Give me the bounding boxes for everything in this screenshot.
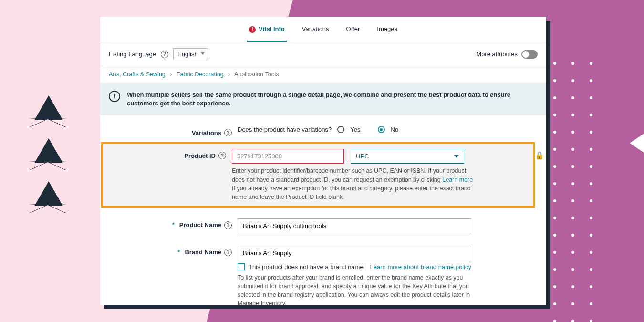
radio-yes-label: Yes: [350, 126, 360, 133]
info-icon: i: [109, 91, 120, 102]
product-name-label: Product Name: [179, 221, 221, 229]
listing-language-label: Listing Language: [109, 51, 156, 58]
chevron-right-icon: ›: [228, 71, 230, 78]
dot-grid: [553, 62, 592, 322]
triangle-logo-group: [29, 95, 67, 224]
product-id-input[interactable]: [232, 149, 344, 164]
no-brand-checkbox[interactable]: [238, 263, 245, 270]
chevron-right-icon: ›: [170, 71, 172, 78]
tab-bar: !Vital Info Variations Offer Images: [100, 17, 546, 42]
language-bar: Listing Language ? English More attribut…: [100, 42, 546, 66]
tab-offer[interactable]: Offer: [344, 25, 362, 42]
seller-form-panel: !Vital Info Variations Offer Images List…: [100, 17, 546, 305]
brand-name-label: Brand Name: [185, 249, 221, 256]
variations-question: Does the product have variations?: [238, 126, 332, 133]
form-body: Variations? Does the product have variat…: [100, 115, 546, 305]
crumb-level-2[interactable]: Fabric Decorating: [177, 71, 224, 78]
help-icon[interactable]: ?: [224, 221, 232, 229]
product-id-type-value: UPC: [356, 153, 369, 160]
brand-name-input[interactable]: [238, 246, 471, 260]
info-banner: i When multiple sellers sell the same pr…: [100, 83, 546, 115]
variations-label: Variations: [192, 129, 221, 136]
help-icon[interactable]: ?: [218, 152, 226, 159]
product-id-type-select[interactable]: UPC: [351, 149, 464, 164]
breadcrumb: Arts, Crafts & Sewing › Fabric Decoratin…: [100, 66, 546, 83]
help-icon[interactable]: ?: [224, 249, 232, 256]
crumb-level-1[interactable]: Arts, Crafts & Sewing: [109, 71, 166, 78]
radio-no-label: No: [391, 126, 399, 133]
language-select[interactable]: English: [173, 48, 208, 60]
radio-yes[interactable]: [337, 126, 344, 133]
more-attributes-toggle[interactable]: [521, 50, 538, 59]
crumb-current: Application Tools: [234, 71, 279, 78]
warning-icon: !: [249, 26, 256, 33]
learn-more-link[interactable]: Learn more: [442, 177, 473, 183]
product-id-label: Product ID: [184, 152, 216, 159]
product-id-help: Enter your product identifier/barcode nu…: [232, 166, 475, 201]
product-id-highlight: 🔒 Product ID? UPC Enter your product ide…: [101, 142, 535, 208]
tab-images[interactable]: Images: [375, 25, 399, 42]
product-name-input[interactable]: [238, 218, 471, 233]
tab-variations[interactable]: Variations: [300, 25, 331, 42]
lock-icon: 🔒: [535, 151, 544, 160]
help-icon[interactable]: ?: [224, 129, 232, 136]
language-value: English: [177, 51, 198, 58]
no-brand-label: This product does not have a brand name: [249, 263, 364, 270]
brand-name-help: To list your products after your brand i…: [238, 273, 476, 305]
info-text: When multiple sellers sell the same prod…: [127, 91, 538, 108]
more-attributes-label: More attributes: [476, 51, 518, 58]
brand-policy-link[interactable]: Learn more about brand name policy: [370, 263, 471, 270]
bg-white-triangle: [630, 105, 644, 181]
help-icon[interactable]: ?: [161, 51, 168, 58]
tab-vital-info[interactable]: !Vital Info: [247, 25, 287, 42]
tab-label: Vital Info: [259, 25, 285, 32]
radio-no[interactable]: [378, 126, 385, 133]
